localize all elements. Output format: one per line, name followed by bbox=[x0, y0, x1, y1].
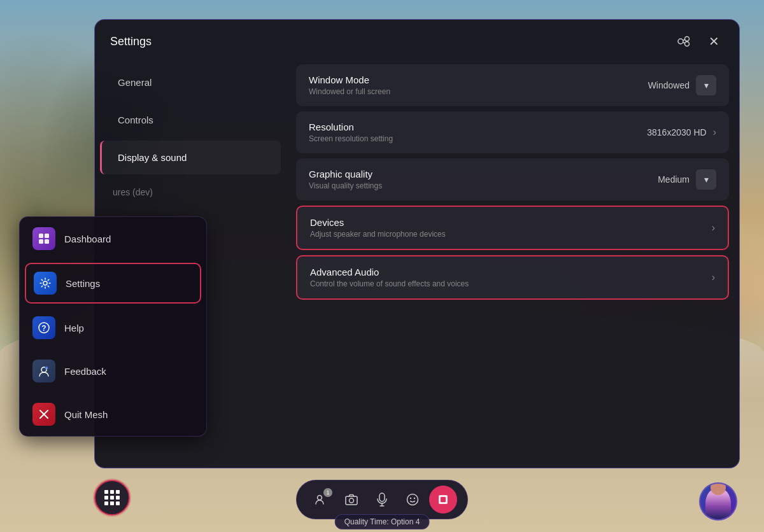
menu-item-settings[interactable]: Settings bbox=[25, 263, 201, 304]
window-mode-dropdown-arrow: ▾ bbox=[696, 75, 716, 95]
svg-rect-27 bbox=[441, 497, 446, 502]
settings-title: Settings bbox=[110, 35, 152, 48]
svg-point-19 bbox=[350, 498, 354, 503]
quit-icon bbox=[32, 403, 55, 426]
sidebar-item-display-sound[interactable]: Display & sound bbox=[100, 141, 281, 174]
avatar-figure bbox=[705, 487, 731, 519]
setting-row-graphic-quality[interactable]: Graphic quality Visual quality settings … bbox=[296, 158, 729, 200]
svg-point-23 bbox=[407, 494, 418, 505]
svg-point-9 bbox=[43, 281, 47, 285]
menu-item-feedback[interactable]: + Feedback bbox=[20, 349, 206, 393]
setting-row-window-mode[interactable]: Window Mode Windowed or full screen Wind… bbox=[296, 64, 729, 106]
quality-badge: Quality Time: Option 4 bbox=[335, 514, 430, 529]
close-button[interactable]: ✕ bbox=[704, 31, 724, 52]
svg-point-25 bbox=[414, 498, 415, 499]
svg-point-2 bbox=[685, 42, 690, 46]
graphic-quality-dropdown-arrow: ▾ bbox=[696, 169, 716, 190]
setting-row-advanced-audio[interactable]: Advanced Audio Control the volume of sou… bbox=[296, 255, 729, 300]
svg-point-17 bbox=[318, 496, 322, 500]
settings-header: Settings ✕ bbox=[95, 20, 739, 59]
sidebar-item-controls[interactable]: Controls bbox=[100, 103, 281, 137]
bottom-toolbar: 1 bbox=[296, 480, 468, 519]
svg-rect-6 bbox=[45, 234, 49, 238]
svg-rect-20 bbox=[379, 493, 385, 501]
people-count-badge: 1 bbox=[323, 488, 332, 497]
svg-rect-8 bbox=[45, 239, 49, 244]
grid-dots-icon bbox=[104, 490, 120, 505]
toolbar-share-button[interactable] bbox=[429, 486, 457, 514]
toolbar-emoji-button[interactable] bbox=[399, 486, 427, 514]
setting-row-devices[interactable]: Devices Adjust speaker and microphone de… bbox=[296, 206, 729, 250]
svg-point-24 bbox=[410, 498, 411, 499]
resolution-chevron-icon: › bbox=[713, 127, 716, 138]
svg-point-0 bbox=[678, 39, 683, 44]
advanced-audio-chevron-icon: › bbox=[712, 272, 715, 283]
toolbar-people-button[interactable]: 1 bbox=[307, 486, 335, 514]
svg-text:+: + bbox=[45, 366, 48, 370]
menu-item-quit[interactable]: Quit Mesh bbox=[20, 393, 206, 436]
menu-item-help[interactable]: ? Help bbox=[20, 306, 206, 349]
svg-text:?: ? bbox=[41, 324, 46, 333]
sidebar-item-general[interactable]: General bbox=[100, 66, 281, 99]
devices-chevron-icon: › bbox=[712, 222, 715, 234]
settings-content: Window Mode Windowed or full screen Wind… bbox=[286, 59, 739, 468]
share-profile-button[interactable] bbox=[673, 31, 693, 52]
toolbar-mic-button[interactable] bbox=[368, 486, 396, 514]
help-icon: ? bbox=[32, 316, 55, 339]
svg-rect-18 bbox=[346, 496, 357, 505]
svg-point-1 bbox=[685, 37, 690, 41]
avatar-circle[interactable] bbox=[699, 482, 737, 521]
sidebar-item-features-dev[interactable]: ures (dev) bbox=[95, 177, 286, 207]
settings-header-icons: ✕ bbox=[673, 31, 724, 52]
avatar-head bbox=[711, 482, 726, 495]
settings-icon bbox=[34, 272, 57, 295]
setting-row-resolution[interactable]: Resolution Screen resolution setting 381… bbox=[296, 111, 729, 153]
toolbar-camera-button[interactable] bbox=[337, 486, 365, 514]
dashboard-icon bbox=[32, 227, 55, 250]
feedback-icon: + bbox=[32, 360, 55, 382]
grid-menu-button[interactable] bbox=[94, 480, 130, 515]
svg-rect-5 bbox=[39, 234, 43, 238]
svg-rect-7 bbox=[39, 239, 43, 244]
menu-item-dashboard[interactable]: Dashboard bbox=[20, 217, 206, 260]
context-menu: Dashboard Settings ? Help + bbox=[19, 216, 207, 437]
